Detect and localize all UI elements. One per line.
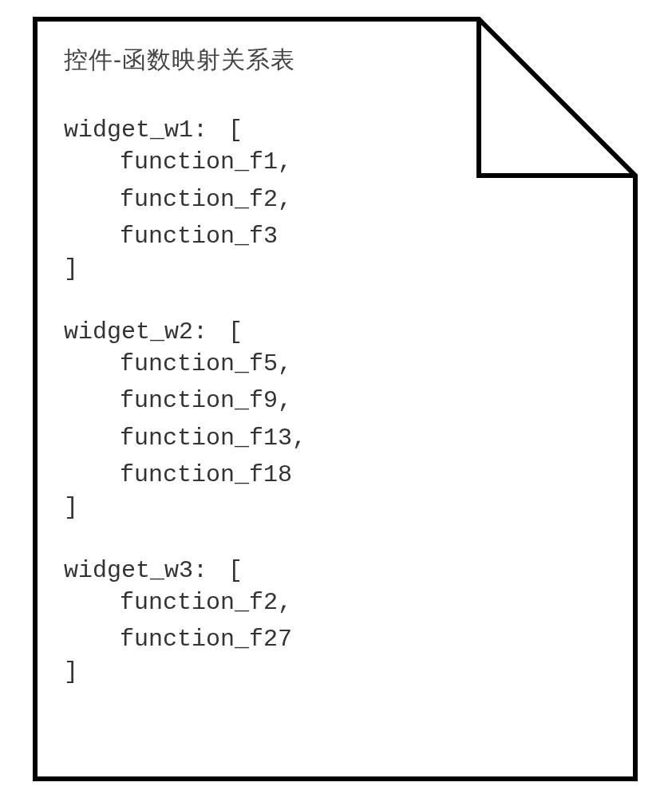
close-bracket: ] [64, 255, 607, 282]
mapping-key: widget_w1 [64, 117, 193, 144]
colon: : [193, 117, 222, 144]
function-item: function_f2, [120, 584, 607, 622]
document-content: 控件-函数映射关系表 widget_w1: [function_f1,funct… [64, 44, 607, 721]
close-bracket: ] [64, 658, 607, 685]
function-item: function_f18 [120, 456, 607, 494]
mapping-block: widget_w2: [function_f5,function_f9,func… [64, 318, 607, 521]
mapping-block: widget_w1: [function_f1,function_f2,func… [64, 117, 607, 282]
mapping-block: widget_w3: [function_f2,function_f27] [64, 557, 607, 685]
colon: : [193, 318, 222, 346]
function-item: function_f2, [120, 181, 607, 219]
document-page: 控件-函数映射关系表 widget_w1: [function_f1,funct… [32, 16, 638, 782]
open-bracket: [ [228, 557, 243, 584]
mapping-key: widget_w3 [64, 557, 193, 584]
close-bracket: ] [64, 494, 607, 521]
function-item: function_f27 [120, 621, 607, 658]
function-item: function_f5, [120, 346, 607, 383]
mapping-key: widget_w2 [64, 318, 193, 346]
function-item: function_f3 [120, 218, 607, 255]
open-bracket: [ [228, 318, 243, 346]
function-item: function_f9, [120, 382, 607, 420]
document-title: 控件-函数映射关系表 [64, 44, 607, 77]
function-item: function_f13, [120, 420, 607, 457]
colon: : [193, 557, 222, 584]
function-item: function_f1, [120, 144, 607, 181]
open-bracket: [ [228, 117, 243, 144]
